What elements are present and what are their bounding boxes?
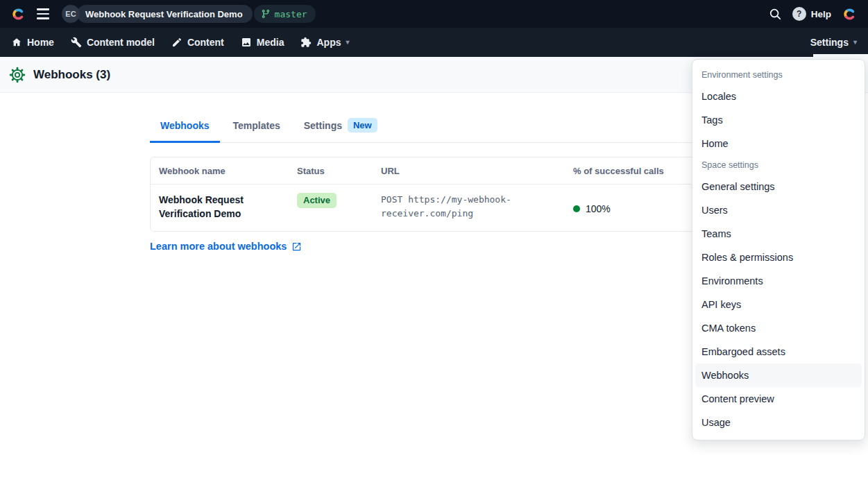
nav-item-settings[interactable]: Settings ▾ <box>810 37 857 48</box>
settings-dropdown-menu: Environment settings Locales Tags Home S… <box>692 59 865 441</box>
menu-item-users[interactable]: Users <box>695 198 862 222</box>
new-badge: New <box>348 118 377 132</box>
menu-item-teams[interactable]: Teams <box>695 222 862 246</box>
chevron-down-icon: ▾ <box>853 39 857 46</box>
tab-list: Webhooks Templates Settings New <box>150 93 718 143</box>
success-indicator-dot <box>573 205 580 212</box>
page-title: Webhooks (3) <box>33 68 110 82</box>
webhook-url: POST https://my-webhook-receiver.com/pin… <box>381 193 530 221</box>
webhook-name: Webhook Request Verification Demo <box>159 193 270 221</box>
tab-settings[interactable]: Settings New <box>293 118 388 143</box>
contentful-logo-icon[interactable] <box>11 7 26 22</box>
menu-item-content-preview[interactable]: Content preview <box>695 387 862 411</box>
table-header-row: Webhook name Status URL % of successful … <box>151 157 717 185</box>
menu-item-roles-permissions[interactable]: Roles & permissions <box>695 246 862 269</box>
menu-item-environments[interactable]: Environments <box>695 269 862 293</box>
menu-item-usage[interactable]: Usage <box>695 411 862 434</box>
help-label: Help <box>811 9 831 19</box>
top-bar: EC Webhook Request Verification Demo mas… <box>0 0 868 28</box>
nav-item-content-model[interactable]: Content model <box>71 37 155 48</box>
status-badge: Active <box>297 193 337 208</box>
menu-item-cma-tokens[interactable]: CMA tokens <box>695 316 862 340</box>
nav-item-content[interactable]: Content <box>171 37 224 48</box>
gear-icon <box>8 66 26 84</box>
contentful-account-icon[interactable] <box>842 7 857 22</box>
pencil-icon <box>171 37 182 48</box>
nav-item-home[interactable]: Home <box>11 37 54 48</box>
chevron-down-icon: ▾ <box>346 39 349 46</box>
puzzle-icon <box>300 37 312 48</box>
menu-item-tags[interactable]: Tags <box>695 108 862 132</box>
wrench-icon <box>71 37 82 48</box>
image-icon <box>241 37 252 48</box>
column-header-url: URL <box>373 166 565 176</box>
success-rate: 100% <box>586 203 611 214</box>
menu-item-home[interactable]: Home <box>695 132 862 155</box>
space-name-pill[interactable]: Webhook Request Verification Demo <box>77 5 253 23</box>
help-button[interactable]: ? Help <box>792 7 831 21</box>
learn-more-link[interactable]: Learn more about webhooks <box>150 241 302 252</box>
menu-item-general-settings[interactable]: General settings <box>695 175 862 198</box>
tab-templates[interactable]: Templates <box>223 118 291 143</box>
space-selector: EC Webhook Request Verification Demo mas… <box>62 5 316 23</box>
main-nav-bar: Home Content model Content Media Apps ▾ … <box>0 28 868 57</box>
hamburger-menu-icon[interactable] <box>35 7 51 20</box>
menu-item-embargoed-assets[interactable]: Embargoed assets <box>695 340 862 364</box>
nav-item-media[interactable]: Media <box>241 37 284 48</box>
column-header-status: Status <box>289 166 373 176</box>
git-branch-icon <box>261 9 271 19</box>
nav-item-apps[interactable]: Apps ▾ <box>300 37 349 48</box>
branch-name: master <box>275 9 307 19</box>
tab-webhooks[interactable]: Webhooks <box>150 118 220 143</box>
webhooks-table: Webhook name Status URL % of successful … <box>150 157 718 232</box>
table-row[interactable]: Webhook Request Verification Demo Active… <box>151 185 717 231</box>
external-link-icon <box>291 241 302 252</box>
search-icon[interactable] <box>769 8 781 20</box>
space-initials-badge[interactable]: EC <box>62 5 80 23</box>
home-icon <box>11 37 22 48</box>
menu-section-space-settings: Space settings <box>695 155 862 175</box>
column-header-webhook-name: Webhook name <box>151 166 289 176</box>
menu-item-webhooks[interactable]: Webhooks <box>695 364 862 387</box>
menu-section-environment-settings: Environment settings <box>695 65 862 85</box>
environment-branch-pill[interactable]: master <box>254 5 316 23</box>
menu-item-api-keys[interactable]: API keys <box>695 293 862 316</box>
webhooks-panel: Webhooks Templates Settings New <box>150 93 718 143</box>
menu-item-locales[interactable]: Locales <box>695 85 862 108</box>
question-mark-icon: ? <box>792 7 806 21</box>
